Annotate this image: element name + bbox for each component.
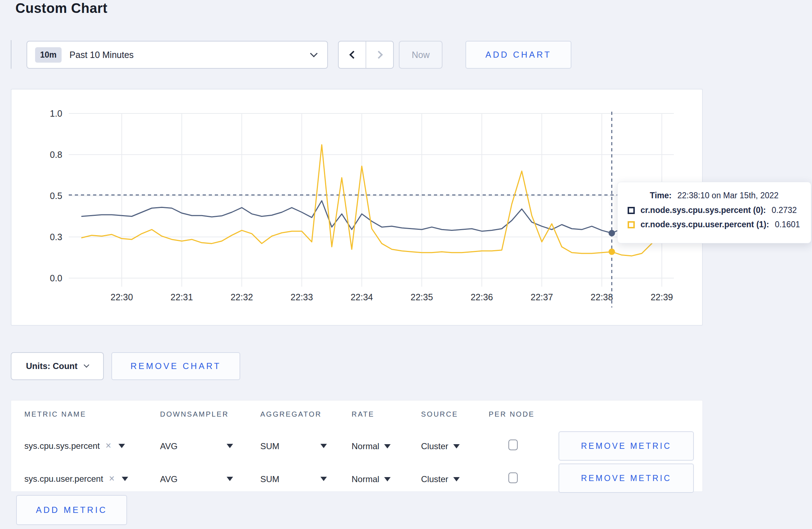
metric-name-select[interactable]: sys.cpu.user.percent × [24,473,128,484]
chart-tooltip: Time: 22:38:10 on Mar 15th, 2022 cr.node… [617,182,811,243]
caret-down-icon[interactable] [320,477,327,481]
add-chart-button[interactable]: ADD CHART [465,41,571,69]
source-value: Cluster [421,474,448,484]
time-nav-group [338,41,394,69]
series-line-0 [82,201,672,233]
downsampler-select[interactable]: AVG [160,441,178,451]
caret-down-icon [453,477,460,481]
caret-down-icon [453,444,460,448]
per-node-checkbox[interactable] [508,472,518,483]
y-tick-label: 0.8 [50,150,62,160]
rate-value: Normal [352,441,379,451]
y-tick-label: 0.0 [50,273,62,283]
metric-name-value: sys.cpu.sys.percent [24,441,100,451]
caret-down-icon[interactable] [227,477,233,481]
x-tick-label: 22:35 [411,292,433,302]
aggregator-select[interactable]: SUM [260,441,279,451]
x-tick-label: 22:33 [291,292,313,302]
metric-name-value: sys.cpu.user.percent [24,474,103,484]
hover-marker-1 [609,248,615,255]
x-tick-label: 22:36 [470,292,493,302]
units-label: Units: Count [26,361,78,371]
downsampler-select[interactable]: AVG [160,474,178,484]
tooltip-time-label: Time: [650,191,672,200]
time-window-badge: 10m [35,47,62,63]
col-header-rate: RATE [352,410,374,418]
tooltip-user-value: 0.1601 [775,220,800,229]
y-tick-label: 0.5 [50,191,62,201]
remove-chart-button[interactable]: REMOVE CHART [111,352,240,380]
chevron-right-icon [374,51,383,59]
remove-metric-button[interactable]: REMOVE METRIC [559,464,694,493]
caret-down-icon [119,444,125,448]
tooltip-user-label: cr.node.sys.cpu.user.percent (1): [641,220,769,229]
metric-name-select[interactable]: sys.cpu.sys.percent × [24,440,125,451]
y-tick-label: 1.0 [50,108,62,118]
units-selector[interactable]: Units: Count [11,352,104,380]
col-header-aggregator: AGGREGATOR [260,410,322,418]
x-tick-label: 22:38 [591,292,613,302]
tooltip-sys-label: cr.node.sys.cpu.sys.percent (0): [641,205,766,215]
x-tick-label: 22:39 [651,292,673,302]
time-window-selector[interactable]: 10m Past 10 Minutes [26,41,328,69]
rate-select[interactable]: Normal [352,474,391,484]
source-select[interactable]: Cluster [421,474,460,484]
hover-marker-0 [609,230,615,236]
close-icon[interactable]: × [109,473,115,484]
tooltip-sys-value: 0.2732 [772,205,797,215]
caret-down-icon [384,477,391,481]
x-tick-label: 22:34 [351,292,373,302]
caret-down-icon [384,444,391,448]
now-button[interactable]: Now [399,41,443,69]
caret-down-icon [122,477,128,481]
time-window-label: Past 10 Minutes [69,50,311,60]
remove-metric-button[interactable]: REMOVE METRIC [559,431,694,461]
caret-down-icon[interactable] [227,444,233,448]
rate-select[interactable]: Normal [352,441,391,451]
per-node-checkbox[interactable] [508,440,518,450]
x-tick-label: 22:37 [531,292,553,302]
close-icon[interactable]: × [106,440,111,451]
user-series-swatch-icon [628,221,635,228]
chart-card: 0.00.30.50.81.022:3022:3122:3222:3322:34… [11,89,703,326]
chevron-down-icon [84,362,90,368]
controls-divider [11,40,11,69]
add-metric-button[interactable]: ADD METRIC [16,495,127,525]
aggregator-select[interactable]: SUM [260,474,279,484]
chevron-down-icon [310,49,318,57]
tooltip-time-value: 22:38:10 on Mar 15th, 2022 [677,191,779,200]
chevron-left-icon [349,51,357,59]
page-title: Custom Chart [15,1,107,16]
series-line-1 [82,145,672,256]
sys-series-swatch-icon [628,207,635,214]
y-tick-label: 0.3 [50,232,62,242]
custom-chart[interactable]: 0.00.30.50.81.022:3022:3122:3222:3322:34… [11,89,704,326]
rate-value: Normal [352,474,379,484]
source-select[interactable]: Cluster [421,441,460,451]
col-header-downsampler: DOWNSAMPLER [160,410,229,418]
x-tick-label: 22:30 [111,292,133,302]
next-time-button[interactable] [366,42,393,68]
col-header-metric-name: METRIC NAME [24,410,86,418]
col-header-per-node: PER NODE [489,410,535,418]
col-header-source: SOURCE [421,410,458,418]
x-tick-label: 22:32 [231,292,253,302]
source-value: Cluster [421,441,448,451]
x-tick-label: 22:31 [170,292,193,302]
caret-down-icon[interactable] [320,444,327,448]
prev-time-button[interactable] [339,42,366,68]
